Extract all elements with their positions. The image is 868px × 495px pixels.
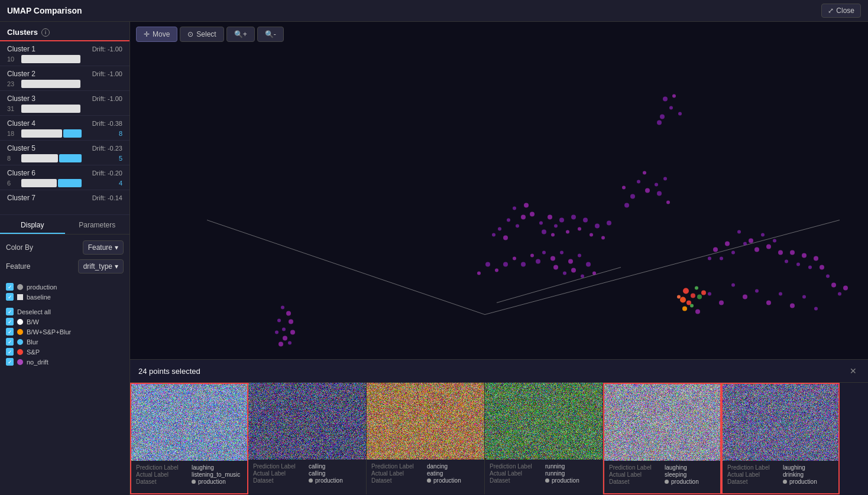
cluster-item[interactable]: Cluster 3 Drift: -1.00 31 [0,91,129,116]
svg-point-80 [731,251,735,255]
cluster-name: Cluster 1 [7,45,35,53]
cluster-item[interactable]: Cluster 5 Drift: -0.23 8 5 [0,141,129,165]
legend-section: production baseline [0,279,129,304]
dataset-row: Dataset production [609,478,715,485]
svg-point-84 [796,263,800,266]
blue-count: 8 [113,130,122,137]
actual-key: Actual Label [490,470,543,477]
svg-point-12 [655,183,658,187]
production-checkbox[interactable] [6,283,14,291]
deselect-section: Deselect all B/W B/W+S&P+Blur Blur S&P [0,304,129,369]
blue-count: 5 [113,155,122,162]
bw-checkbox[interactable] [6,318,14,325]
zoom-in-button[interactable]: 🔍+ [226,27,255,42]
actual-row: Actual Label calling [253,470,361,477]
deselect-all-label[interactable]: Deselect all [17,308,51,315]
svg-point-27 [548,215,552,220]
actual-row: Actual Label listening_to_music [136,471,242,478]
svg-point-61 [477,272,481,275]
svg-point-69 [682,307,687,311]
filter-bwsp: B/W+S&P+Blur [6,328,124,336]
baseline-checkbox[interactable] [6,293,14,301]
title-bar: UMAP Comparison ⤢ Close [0,0,868,22]
cluster-item[interactable]: Cluster 4 Drift: -0.38 18 8 [0,116,129,141]
umap-visualization[interactable] [130,22,868,359]
cluster-item[interactable]: Cluster 6 Drift: -0.20 6 4 [0,165,129,190]
tab-parameters[interactable]: Parameters [65,217,130,234]
cluster-item[interactable]: Cluster 1 Drift: -1.00 10 [0,41,129,66]
svg-point-8 [657,121,662,125]
cluster-bar [21,179,111,187]
filter-blur: Blur [6,338,124,346]
svg-point-5 [669,106,673,110]
svg-point-21 [521,215,526,220]
move-button[interactable]: ✛ Move [136,27,177,42]
deselect-checkbox[interactable] [6,308,14,315]
cluster-item[interactable]: Cluster 7 Drift: -0.14 [0,190,129,215]
svg-point-111 [282,328,286,331]
card-image [367,383,484,460]
sidebar: Clusters i Cluster 1 Drift: -1.00 10 Clu… [0,22,130,495]
blur-checkbox[interactable] [6,338,14,346]
tab-display[interactable]: Display [0,217,65,234]
svg-point-50 [571,268,576,273]
svg-point-18 [624,203,629,208]
prediction-row: Prediction Label calling [253,463,361,470]
nodrift-checkbox[interactable] [6,358,14,366]
image-card[interactable]: Prediction Label laughing Actual Label d… [721,383,840,494]
dataset-dot [665,480,669,484]
cluster-bar [21,154,111,162]
feature-row: Feature drift_type ▾ [6,259,124,273]
select-button[interactable]: ⊙ Select [180,27,224,42]
actual-key: Actual Label [371,470,425,477]
svg-point-64 [680,297,686,303]
cluster-item[interactable]: Cluster 2 Drift: -1.00 23 [0,66,129,91]
svg-point-13 [630,194,635,199]
close-button[interactable]: ⤢ Close [821,4,861,18]
info-icon[interactable]: i [41,28,50,37]
feature-select[interactable]: drift_type ▾ [78,259,124,273]
image-card[interactable]: Prediction Label laughing Actual Label l… [130,383,248,494]
image-card[interactable]: Prediction Label laughing Actual Label s… [603,383,721,494]
card-info: Prediction Label calling Actual Label ca… [248,460,366,488]
svg-point-87 [814,256,818,261]
svg-point-107 [281,306,284,310]
bwsp-checkbox[interactable] [6,328,14,336]
card-info: Prediction Label dancing Actual Label ea… [367,460,484,488]
svg-point-99 [766,301,771,305]
tab-row: Display Parameters [0,215,129,235]
sp-checkbox[interactable] [6,348,14,356]
zoom-out-icon: 🔍- [265,30,276,38]
card-image [248,383,366,460]
svg-point-7 [672,95,676,98]
prediction-value: running [545,463,565,470]
image-card[interactable]: Prediction Label calling Actual Label ca… [248,383,367,494]
cluster-bar [21,80,111,88]
production-label: production [27,284,57,291]
close-panel-button[interactable]: ✕ [847,364,860,377]
card-info: Prediction Label laughing Actual Label l… [131,461,247,489]
image-card[interactable]: Prediction Label dancing Actual Label ea… [367,383,485,494]
bw-dot [17,319,23,325]
svg-point-98 [755,289,759,293]
dataset-dot [783,480,787,484]
prediction-row: Prediction Label laughing [727,464,834,471]
svg-point-97 [743,295,747,299]
dataset-dot [192,480,196,484]
chevron-down-icon-2: ▾ [115,262,118,271]
svg-point-39 [607,221,611,226]
svg-point-65 [686,301,691,305]
dataset-key: Dataset [253,477,306,484]
zoom-out-button[interactable]: 🔍- [257,27,284,42]
chevron-down-icon: ▾ [115,243,118,252]
content-area: ✛ Move ⊙ Select 🔍+ 🔍- [130,22,868,495]
baseline-dot [17,294,23,300]
svg-point-54 [536,259,540,264]
svg-point-17 [663,177,667,181]
cluster-bar [21,129,111,138]
card-thumbnail [367,383,484,460]
cluster-name: Cluster 6 [7,169,35,177]
drift-value: Drift: -0.14 [92,194,122,201]
color-by-select[interactable]: Feature ▾ [83,240,124,255]
image-card[interactable]: Prediction Label running Actual Label ru… [485,383,603,494]
